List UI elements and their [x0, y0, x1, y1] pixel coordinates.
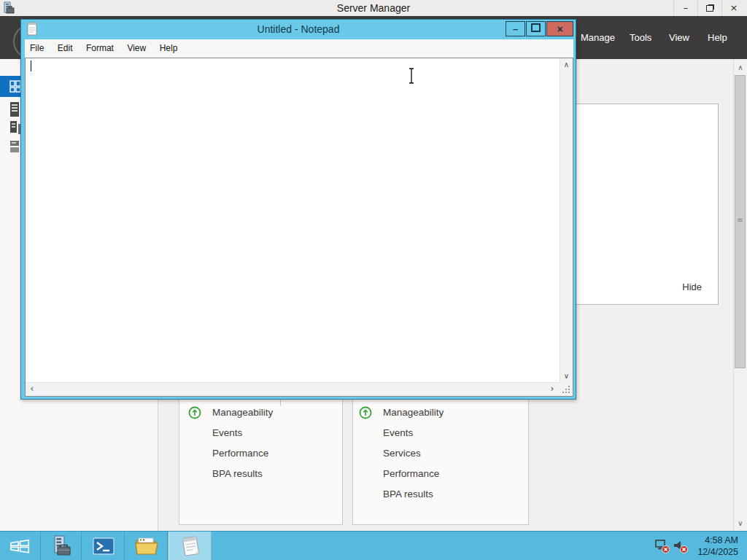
tile-row: BPA results	[353, 486, 528, 503]
tile-row: Manageability	[353, 404, 528, 421]
scroll-right-icon[interactable]: ›	[546, 383, 558, 396]
network-disconnected-icon[interactable]	[654, 538, 670, 554]
ibeam-mouse-cursor	[406, 67, 417, 88]
sidebar-item-all-servers[interactable]	[9, 120, 21, 136]
dashboard-scrollbar[interactable]: ∧ ≡ ∨	[733, 59, 747, 531]
notepad-icon	[179, 534, 202, 558]
tile-link-events[interactable]: Events	[212, 424, 242, 442]
server-manager-icon	[50, 534, 73, 558]
tile-border-fragment	[280, 400, 281, 406]
clock-time: 4:58 AM	[697, 534, 738, 546]
volume-muted-icon[interactable]	[673, 538, 689, 554]
tile-link-performance[interactable]: Performance	[383, 465, 439, 483]
windows-logo-icon	[9, 537, 32, 555]
desktop: Server Manager – × Manage Tools View Hel…	[0, 0, 747, 560]
server-manager-window-title: Server Manager	[0, 0, 747, 16]
tile-row: Performance	[179, 445, 342, 462]
tile-row: Manageability	[179, 404, 342, 421]
notepad-window-title: Untitled - Notepad	[21, 20, 576, 39]
sidebar-item-local-server[interactable]	[9, 101, 21, 117]
taskbar-clock[interactable]: 4:58 AM 12/4/2025	[697, 534, 738, 558]
tile-row: Services	[353, 445, 528, 462]
notepad-client-area: ∧ ∨ ‹ ›	[25, 58, 573, 397]
menu-file[interactable]: File	[25, 39, 49, 58]
restore-icon	[706, 5, 713, 12]
tile-row: Events	[353, 424, 528, 442]
notepad-window-controls: – ×	[505, 21, 573, 36]
tile-link-manageability[interactable]: Manageability	[383, 404, 444, 421]
tile-link-services[interactable]: Services	[383, 445, 421, 462]
notepad-text-area[interactable]	[26, 58, 560, 382]
notepad-menubar: File Edit Format View Help	[25, 39, 573, 58]
notepad-vertical-scrollbar[interactable]: ∧ ∨	[560, 58, 573, 382]
close-icon: ×	[557, 23, 562, 35]
server-manager-close-button[interactable]: ×	[721, 0, 746, 16]
notepad-maximize-button[interactable]	[526, 21, 546, 36]
maximize-icon	[531, 23, 541, 32]
start-button[interactable]	[0, 532, 41, 560]
text-caret	[31, 61, 31, 71]
scroll-left-icon[interactable]: ‹	[26, 383, 38, 396]
menu-view[interactable]: View	[669, 16, 689, 59]
tile-link-bpa-results[interactable]: BPA results	[383, 486, 433, 503]
file-explorer-icon	[134, 536, 159, 556]
menu-tools[interactable]: Tools	[630, 16, 651, 59]
server-manager-restore-button[interactable]	[697, 0, 721, 16]
menu-edit[interactable]: Edit	[53, 39, 78, 58]
close-icon: ×	[730, 2, 738, 13]
up-arrow-status-icon	[359, 406, 372, 419]
notepad-close-button[interactable]: ×	[546, 21, 573, 36]
notepad-window: Untitled - Notepad – × File Edit Format …	[20, 19, 576, 400]
menu-format[interactable]: Format	[81, 39, 119, 58]
server-manager-minimize-button[interactable]: –	[673, 0, 697, 16]
taskbar-notepad-button[interactable]	[169, 532, 212, 560]
dashboard-icon	[9, 79, 21, 93]
scroll-down-icon[interactable]: ∨	[560, 370, 573, 382]
tile-row: BPA results	[179, 465, 342, 483]
notepad-horizontal-scrollbar[interactable]: ‹ ›	[26, 382, 560, 396]
server-manager-window-controls: – ×	[673, 0, 746, 16]
tile-link-performance[interactable]: Performance	[212, 445, 268, 462]
scroll-down-icon[interactable]: ∨	[734, 517, 747, 529]
menu-help[interactable]: Help	[155, 39, 183, 58]
scrollbar-grip-icon: ≡	[735, 216, 745, 224]
minimize-icon: –	[684, 2, 689, 13]
up-arrow-status-icon	[188, 406, 201, 419]
server-manager-titlebar: Server Manager – ×	[0, 0, 747, 16]
taskbar-powershell-button[interactable]	[82, 532, 125, 560]
scrollbar-thumb[interactable]: ≡	[735, 75, 746, 368]
menu-view[interactable]: View	[122, 39, 151, 58]
scroll-up-icon[interactable]: ∧	[734, 61, 747, 74]
tile-row: Events	[179, 424, 342, 442]
notepad-minimize-button[interactable]: –	[506, 21, 525, 36]
clock-date: 12/4/2025	[697, 546, 738, 558]
notepad-titlebar[interactable]: Untitled - Notepad – ×	[21, 20, 576, 39]
minimize-icon: –	[513, 23, 518, 34]
powershell-icon	[92, 536, 115, 556]
tile-link-events[interactable]: Events	[383, 424, 413, 442]
tile-link-bpa-results[interactable]: BPA results	[212, 465, 263, 483]
menu-manage[interactable]: Manage	[581, 16, 615, 59]
taskbar-server-manager-button[interactable]	[42, 532, 82, 560]
resize-grip[interactable]	[560, 382, 573, 396]
tile-row: Performance	[353, 465, 528, 483]
hide-link[interactable]: Hide	[682, 281, 702, 292]
taskbar: 4:58 AM 12/4/2025	[0, 531, 747, 560]
menu-help[interactable]: Help	[708, 16, 727, 59]
scroll-up-icon[interactable]: ∧	[560, 58, 573, 71]
sidebar-item-file-storage-services[interactable]	[9, 139, 21, 155]
taskbar-file-explorer-button[interactable]	[125, 532, 168, 560]
tile-link-manageability[interactable]: Manageability	[212, 404, 273, 421]
